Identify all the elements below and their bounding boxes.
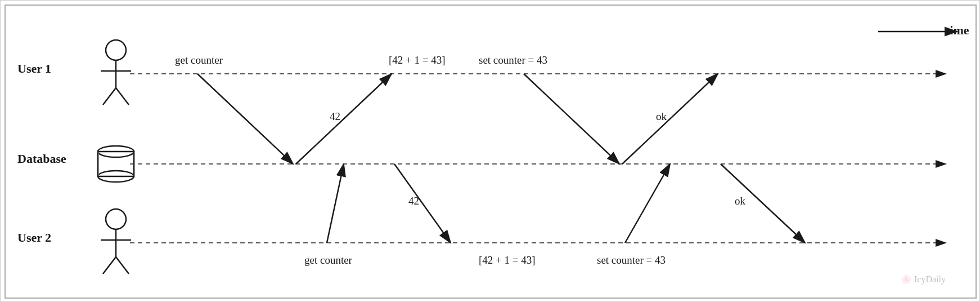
ok-u2-label: ok (735, 195, 745, 207)
time-label: time (946, 23, 969, 38)
set-counter-u1-label: set counter = 43 (479, 54, 547, 66)
get-counter-u1-label: get counter (175, 54, 223, 66)
diagram-container: User 1 Database User 2 time get counter … (0, 0, 980, 302)
set-counter-u2-label: set counter = 43 (597, 254, 666, 267)
ok-u1-label: ok (656, 110, 667, 123)
user1-label: User 1 (17, 61, 51, 76)
calc-u1-label: [42 + 1 = 43] (389, 54, 446, 66)
calc-u2-label: [42 + 1 = 43] (479, 254, 536, 267)
database-label: Database (17, 152, 66, 166)
reply-42-u2-label: 42 (408, 195, 419, 207)
get-counter-u2-label: get counter (304, 254, 352, 267)
reply-42-u1-label: 42 (330, 110, 340, 123)
watermark: 🌸 IcyDaily (901, 274, 946, 285)
user2-label: User 2 (17, 230, 51, 245)
